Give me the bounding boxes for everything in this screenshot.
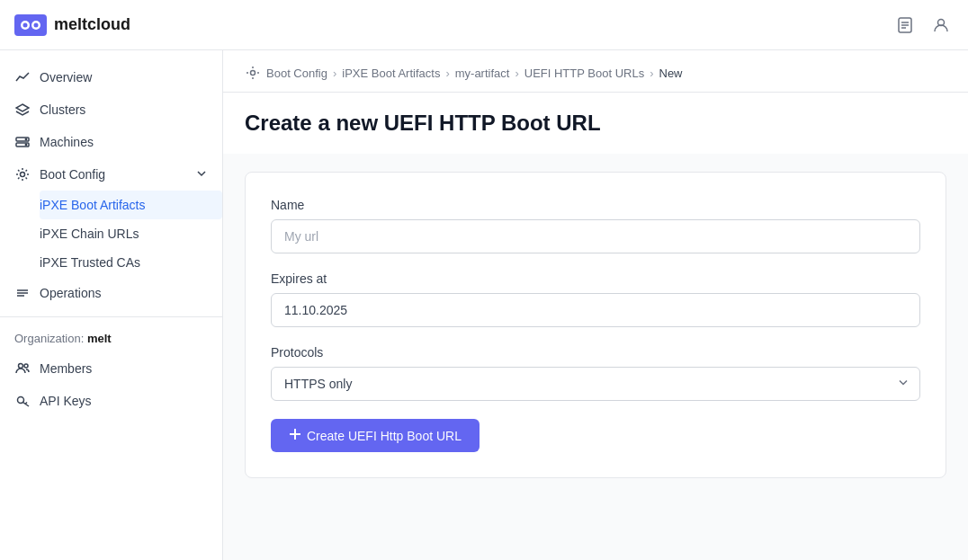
breadcrumb-my-artifact[interactable]: my-artifact — [455, 67, 510, 80]
sidebar-item-ipxe-boot-artifacts[interactable]: iPXE Boot Artifacts — [40, 191, 222, 219]
docs-button[interactable] — [892, 13, 918, 38]
sidebar-item-boot-config[interactable]: Boot Config — [0, 158, 222, 191]
sidebar-divider — [0, 316, 222, 317]
server-icon — [14, 134, 31, 150]
sidebar-item-overview-label: Overview — [40, 70, 92, 84]
breadcrumb-sep-3: › — [515, 67, 518, 80]
svg-point-14 — [25, 144, 26, 145]
breadcrumb-uefi-http-boot-urls[interactable]: UEFI HTTP Boot URLs — [524, 67, 644, 80]
svg-line-23 — [25, 403, 27, 404]
sidebar-item-machines[interactable]: Machines — [0, 126, 222, 158]
breadcrumb-new: New — [659, 67, 683, 80]
members-icon — [14, 360, 31, 377]
svg-marker-10 — [16, 104, 29, 111]
org-label: Organization: melt — [0, 324, 222, 352]
sidebar-item-boot-config-label: Boot Config — [40, 167, 105, 182]
topbar-actions — [892, 13, 954, 38]
page-title: Create a new UEFI HTTP Boot URL — [245, 111, 946, 154]
boot-config-chevron-icon — [195, 167, 208, 182]
name-input[interactable] — [271, 219, 920, 253]
breadcrumb-sep-2: › — [445, 67, 449, 80]
main-content: Boot Config › iPXE Boot Artifacts › my-a… — [223, 50, 968, 560]
topbar: meltcloud — [0, 0, 968, 50]
sidebar-item-api-keys-label: API Keys — [40, 394, 92, 408]
breadcrumb-sep-4: › — [650, 67, 653, 80]
sidebar-item-overview[interactable]: Overview — [0, 61, 222, 93]
create-button-label: Create UEFI Http Boot URL — [307, 429, 462, 443]
protocols-label: Protocols — [271, 345, 920, 360]
svg-rect-0 — [14, 14, 47, 36]
expires-input[interactable] — [271, 293, 920, 327]
sidebar: Overview Clusters Machines — [0, 50, 223, 560]
svg-point-13 — [25, 138, 26, 139]
svg-point-4 — [34, 22, 39, 27]
key-icon — [14, 393, 31, 409]
sidebar-item-ipxe-chain-urls[interactable]: iPXE Chain URLs — [40, 219, 222, 248]
expires-label: Expires at — [271, 271, 920, 286]
svg-point-3 — [23, 22, 28, 27]
page-header: Create a new UEFI HTTP Boot URL — [223, 93, 968, 154]
sidebar-item-clusters-label: Clusters — [40, 102, 85, 117]
create-form: Name Expires at Protocols HTTPS only HTT… — [245, 172, 946, 478]
svg-point-15 — [21, 173, 25, 177]
logo-icon — [14, 14, 47, 36]
sidebar-item-clusters[interactable]: Clusters — [0, 93, 222, 126]
sidebar-item-api-keys[interactable]: API Keys — [0, 385, 222, 417]
sidebar-item-operations[interactable]: Operations — [0, 277, 222, 309]
name-label: Name — [271, 198, 920, 212]
name-group: Name — [271, 198, 920, 253]
chart-icon — [14, 69, 31, 85]
protocols-select-wrapper: HTTPS only HTTP only Both — [271, 367, 920, 401]
sidebar-item-ipxe-trusted-cas[interactable]: iPXE Trusted CAs — [40, 248, 222, 277]
layers-icon — [14, 102, 31, 118]
create-button[interactable]: Create UEFI Http Boot URL — [271, 419, 480, 452]
sidebar-item-members[interactable]: Members — [0, 352, 222, 385]
svg-point-24 — [251, 71, 255, 76]
svg-point-20 — [24, 364, 28, 368]
logo[interactable]: meltcloud — [14, 14, 130, 36]
boot-config-submenu: iPXE Boot Artifacts iPXE Chain URLs iPXE… — [0, 191, 222, 277]
boot-config-breadcrumb-icon — [245, 65, 261, 81]
sidebar-item-operations-label: Operations — [40, 286, 101, 300]
protocols-select[interactable]: HTTPS only HTTP only Both — [271, 367, 920, 401]
breadcrumb-boot-config[interactable]: Boot Config — [266, 67, 327, 80]
settings-icon — [14, 166, 31, 182]
user-menu-button[interactable] — [928, 13, 954, 38]
breadcrumb-sep-1: › — [333, 67, 336, 80]
protocols-group: Protocols HTTPS only HTTP only Both — [271, 345, 920, 401]
breadcrumb-ipxe-boot-artifacts[interactable]: iPXE Boot Artifacts — [342, 67, 440, 80]
sidebar-item-members-label: Members — [40, 361, 92, 376]
svg-point-19 — [19, 364, 23, 369]
svg-point-21 — [18, 397, 24, 404]
operations-icon — [14, 285, 31, 301]
breadcrumb: Boot Config › iPXE Boot Artifacts › my-a… — [223, 50, 968, 93]
plus-icon — [289, 428, 301, 443]
sidebar-item-machines-label: Machines — [40, 135, 94, 149]
logo-text: meltcloud — [54, 15, 130, 34]
expires-group: Expires at — [271, 271, 920, 327]
